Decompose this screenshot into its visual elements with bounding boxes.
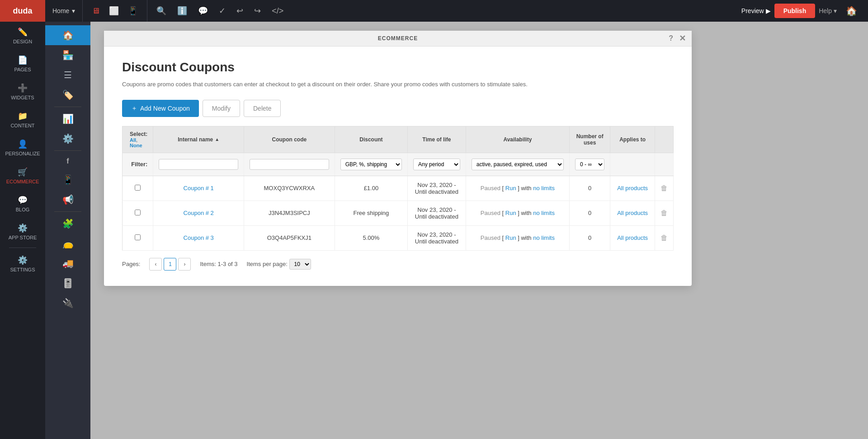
- logo[interactable]: duda: [0, 0, 45, 22]
- select-none[interactable]: None: [130, 143, 142, 148]
- page-nav: ‹ 1 ›: [149, 258, 191, 271]
- row3-discount-cell: 5.00%: [335, 225, 407, 250]
- publish-button[interactable]: Publish: [774, 4, 816, 18]
- second-sidebar-truck[interactable]: 🚚: [45, 253, 90, 273]
- sidebar-item-widgets[interactable]: ➕ WIDGETS: [0, 78, 45, 106]
- action-buttons: ＋ Add New Coupon Modify Delete: [122, 100, 674, 117]
- filter-uses-select[interactable]: 0 - ∞: [575, 159, 604, 170]
- home-icon[interactable]: 🏠: [840, 5, 863, 16]
- home-dropdown[interactable]: Home ▾: [45, 0, 83, 22]
- comment-tool-btn[interactable]: 💬: [194, 4, 212, 18]
- row3-run-link[interactable]: Run: [505, 234, 516, 241]
- code-tool-btn[interactable]: </>: [268, 5, 287, 18]
- sidebar-item-settings[interactable]: ⚙️ SETTINGS: [0, 250, 45, 278]
- items-per-page-select[interactable]: 10 25 50: [289, 259, 311, 270]
- filter-applies-cell: [610, 153, 655, 176]
- second-sidebar-megaphone[interactable]: 📢: [45, 190, 90, 210]
- search-tool-btn[interactable]: 🔍: [153, 4, 170, 18]
- row1-limits-link[interactable]: no limits: [533, 185, 555, 191]
- filter-code-input[interactable]: [250, 159, 329, 170]
- modify-button[interactable]: Modify: [203, 100, 240, 117]
- prev-page-btn[interactable]: ‹: [149, 258, 162, 271]
- row2-applies-link[interactable]: All products: [617, 210, 648, 216]
- sidebar-label-widgets: WIDGETS: [11, 95, 34, 100]
- row1-time-start: Nov 23, 2020 -: [417, 182, 456, 188]
- second-sidebar-facebook[interactable]: f: [45, 153, 90, 170]
- sidebar-item-personalize[interactable]: 👤 PERSONALIZE: [0, 134, 45, 162]
- delete-button[interactable]: Delete: [244, 100, 281, 117]
- sidebar-item-pages[interactable]: 📄 PAGES: [0, 50, 45, 78]
- row1-discount-cell: £1.00: [335, 176, 407, 201]
- second-sidebar-tag[interactable]: 🏷️: [45, 85, 90, 105]
- second-sidebar-plugin[interactable]: 🔌: [45, 293, 90, 313]
- mobile-device-btn[interactable]: 📱: [124, 4, 142, 18]
- info-tool-btn[interactable]: ℹ️: [174, 4, 191, 18]
- redo-tool-btn[interactable]: ↪: [250, 4, 264, 18]
- second-sidebar-home[interactable]: 🏠: [45, 25, 90, 45]
- row2-delete-cell: 🗑: [655, 201, 674, 225]
- sidebar-item-appstore[interactable]: ⚙️ APP STORE: [0, 218, 45, 246]
- row3-checkbox[interactable]: [135, 234, 141, 240]
- row1-name-link[interactable]: Coupon # 1: [184, 185, 214, 191]
- sidebar-item-blog[interactable]: 💬 BLOG: [0, 190, 45, 218]
- row2-name-link[interactable]: Coupon # 2: [184, 210, 214, 216]
- row2-checkbox[interactable]: [135, 210, 141, 215]
- filter-name-input[interactable]: [159, 159, 238, 170]
- filter-availability-select[interactable]: active, paused, expired, used: [472, 159, 564, 170]
- col-select-label: Select:: [130, 131, 147, 137]
- next-page-btn[interactable]: ›: [178, 258, 191, 271]
- row3-delete-btn[interactable]: 🗑: [660, 234, 668, 242]
- second-sidebar-settings[interactable]: ⚙️: [45, 129, 90, 149]
- row1-run-link[interactable]: Run: [505, 185, 516, 191]
- col-discount: Discount: [335, 126, 407, 153]
- row1-applies-link[interactable]: All products: [617, 185, 648, 191]
- row2-time-end: Until deactivated: [415, 213, 458, 220]
- row3-checkbox-cell: [123, 225, 153, 250]
- row2-limits-link[interactable]: no limits: [533, 210, 555, 216]
- filter-discount-select[interactable]: GBP, %, shipping: [340, 159, 402, 170]
- row3-limits-link[interactable]: no limits: [533, 234, 555, 241]
- filter-time-select[interactable]: Any period: [413, 159, 460, 170]
- row2-status-cell: Paused [ Run ] with no limits: [466, 201, 569, 225]
- tablet-device-btn[interactable]: ⬜: [105, 4, 123, 18]
- second-sidebar-sliders[interactable]: 🎚️: [45, 273, 90, 293]
- row2-run-link[interactable]: Run: [505, 210, 516, 216]
- appstore-icon: ⚙️: [18, 223, 28, 233]
- row1-checkbox-cell: [123, 176, 153, 201]
- add-coupon-button[interactable]: ＋ Add New Coupon: [122, 100, 199, 117]
- select-all[interactable]: All: [130, 137, 136, 143]
- second-sidebar-list[interactable]: ☰: [45, 65, 90, 85]
- sidebar-item-content[interactable]: 📁 CONTENT: [0, 106, 45, 134]
- help-button[interactable]: Help ▾: [819, 7, 837, 14]
- row3-bracket-close: ]: [516, 234, 521, 241]
- row1-checkbox[interactable]: [135, 185, 141, 191]
- sidebar-label-pages: PAGES: [14, 67, 31, 72]
- second-sidebar-divider2: [54, 150, 81, 151]
- row1-applies-cell: All products: [610, 176, 655, 201]
- check-tool-btn[interactable]: ✓: [215, 4, 229, 18]
- undo-tool-btn[interactable]: ↩: [233, 4, 247, 18]
- row2-time-cell: Nov 23, 2020 - Until deactivated: [408, 201, 466, 225]
- row1-delete-btn[interactable]: 🗑: [660, 184, 668, 192]
- row2-delete-btn[interactable]: 🗑: [660, 209, 668, 217]
- ecommerce-icon: 🛒: [18, 167, 28, 177]
- second-sidebar-shop[interactable]: 🏪: [45, 45, 90, 65]
- second-sidebar-puzzle[interactable]: 🧩: [45, 214, 90, 234]
- panel-help-icon[interactable]: ?: [669, 34, 674, 42]
- second-sidebar-wallet[interactable]: 👝: [45, 234, 90, 253]
- coupon-table: Select: All, None Internal name ▲: [122, 126, 674, 251]
- sidebar-item-ecommerce[interactable]: 🛒 ECOMMERCE: [0, 162, 45, 190]
- panel-close-icon[interactable]: ✕: [679, 33, 686, 43]
- second-sidebar-mobile[interactable]: 📱: [45, 170, 90, 190]
- preview-button[interactable]: Preview ▶: [741, 7, 771, 14]
- row1-status: Paused: [481, 185, 500, 191]
- row2-status: Paused: [481, 210, 500, 216]
- desktop-device-btn[interactable]: 🖥: [88, 5, 104, 18]
- second-sidebar-analytics[interactable]: 📊: [45, 109, 90, 129]
- sidebar-item-design[interactable]: ✏️ DESIGN: [0, 22, 45, 50]
- select-all-none: All, None: [130, 137, 147, 148]
- row3-applies-cell: All products: [610, 225, 655, 250]
- row3-applies-link[interactable]: All products: [617, 234, 648, 241]
- col-availability: Availability: [466, 126, 569, 153]
- row3-name-link[interactable]: Coupon # 3: [184, 234, 214, 241]
